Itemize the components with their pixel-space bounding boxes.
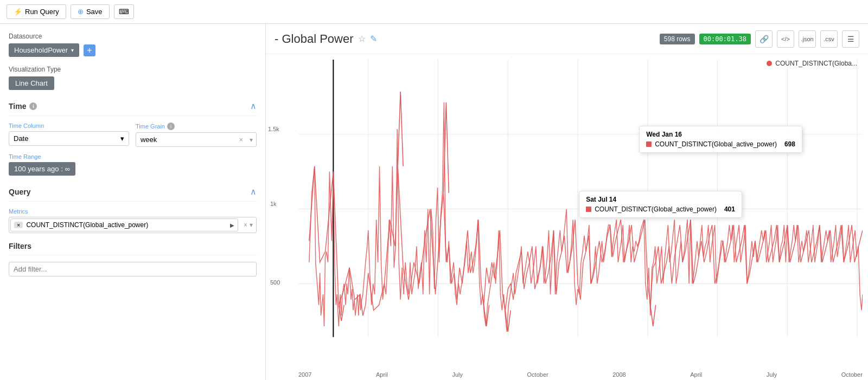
time-section-title: Time i <box>9 102 37 111</box>
time-grain-info-icon[interactable]: i <box>167 123 175 130</box>
csv-button[interactable]: .csv <box>820 30 838 48</box>
timer-badge: 00:00:01.38 <box>699 34 751 44</box>
time-grain-select[interactable]: × ▾ <box>136 132 257 147</box>
rows-badge: 598 rows <box>660 34 695 44</box>
metric-name: COUNT_DISTINCT(Global_active_power) <box>26 221 227 229</box>
time-fields-row: Time Column Date ▾ Time Grain i × ▾ <box>9 123 257 147</box>
x-label-april2: April <box>690 371 702 378</box>
time-range-button[interactable]: 100 years ago : ∞ <box>9 162 75 176</box>
datasource-select[interactable]: HouseholdPower ▾ <box>9 43 79 57</box>
viz-type-button[interactable]: Line Chart <box>9 76 54 90</box>
menu-button[interactable]: ☰ <box>842 30 859 48</box>
left-panel: Datasource HouseholdPower ▾ + Visualizat… <box>0 24 266 380</box>
chart-legend: COUNT_DISTINCT(Globa... <box>767 60 857 67</box>
json-icon: .json <box>801 36 813 42</box>
chart-title-area: - Global Power ☆ ✎ <box>275 32 377 46</box>
x-label-july2: July <box>767 371 777 378</box>
chart-header: - Global Power ☆ ✎ 598 rows 00:00:01.38 … <box>266 24 868 54</box>
metrics-chevron-icon[interactable]: ▾ <box>250 221 253 229</box>
time-column-select[interactable]: Date ▾ <box>9 131 129 146</box>
query-section-title: Query <box>9 188 30 196</box>
legend-color-dot <box>767 61 772 66</box>
x-label-october2: October <box>841 371 863 378</box>
x-label-april1: April <box>376 371 388 378</box>
link-icon: 🔗 <box>760 35 769 43</box>
save-button[interactable]: ⊕ Save <box>71 4 110 19</box>
filters-section-header: Filters <box>9 242 257 255</box>
chevron-down-icon: ▾ <box>120 134 124 143</box>
metric-row: × COUNT_DISTINCT(Global_active_power) ▶ … <box>9 217 257 233</box>
json-button[interactable]: .json <box>799 30 816 48</box>
x-axis: 2007 April July October 2008 April July … <box>298 371 863 378</box>
main-layout: Datasource HouseholdPower ▾ + Visualizat… <box>0 24 868 380</box>
time-grain-label: Time Grain i <box>136 123 257 130</box>
metric-arrow-icon: ▶ <box>230 222 234 228</box>
run-query-button[interactable]: ⚡ Run Query <box>7 4 66 19</box>
plus-icon: + <box>87 46 92 55</box>
y-label-1-5k: 1.5k <box>268 126 279 132</box>
time-column-label: Time Column <box>9 123 129 129</box>
filters-title: Filters <box>9 242 31 250</box>
x-label-july1: July <box>452 371 463 378</box>
star-icon[interactable]: ☆ <box>358 34 366 44</box>
y-label-1k: 1k <box>270 201 277 207</box>
x-label-2007: 2007 <box>298 371 311 378</box>
x-label-2008: 2008 <box>612 371 626 378</box>
datasource-value: HouseholdPower <box>14 46 68 54</box>
metrics-clear-button[interactable]: × <box>244 221 247 229</box>
menu-icon: ☰ <box>847 35 854 43</box>
query-section-header: Query ∧ <box>9 186 257 202</box>
time-column-field: Time Column Date ▾ <box>9 123 129 147</box>
time-grain-input[interactable] <box>136 133 236 146</box>
toolbar: ⚡ Run Query ⊕ Save ⌨ <box>0 0 868 24</box>
chevron-down-icon: ▾ <box>71 47 74 53</box>
keyboard-button[interactable]: ⌨ <box>114 4 134 19</box>
viz-type-label: Visualization Type <box>9 66 257 73</box>
time-section-header: Time i ∧ <box>9 101 257 116</box>
chart-header-right: 598 rows 00:00:01.38 🔗 </> .json .csv ☰ <box>660 30 859 48</box>
time-grain-field: Time Grain i × ▾ <box>136 123 257 147</box>
csv-icon: .csv <box>824 36 834 42</box>
code-button[interactable]: </> <box>777 30 794 48</box>
chart-container: COUNT_DISTINCT(Globa... 500 1k 1.5k <box>266 54 868 380</box>
metrics-label: Metrics <box>9 208 257 215</box>
edit-icon[interactable]: ✎ <box>370 34 377 44</box>
plus-icon: ⊕ <box>78 8 84 16</box>
filter-input[interactable] <box>9 262 257 276</box>
link-button[interactable]: 🔗 <box>755 30 773 48</box>
time-info-icon[interactable]: i <box>29 102 37 110</box>
query-collapse-button[interactable]: ∧ <box>250 186 257 197</box>
right-panel: - Global Power ☆ ✎ 598 rows 00:00:01.38 … <box>266 24 868 380</box>
y-label-500: 500 <box>270 279 280 286</box>
filters-section: Filters <box>9 242 257 276</box>
time-grain-clear-button[interactable]: × <box>236 136 246 144</box>
chart-title: - Global Power <box>275 32 354 46</box>
chart-svg <box>298 60 863 358</box>
time-grain-chevron-icon[interactable]: ▾ <box>246 136 256 144</box>
code-icon: </> <box>781 36 790 42</box>
keyboard-icon: ⌨ <box>119 8 129 16</box>
lightning-icon: ⚡ <box>14 8 22 16</box>
datasource-label: Datasource <box>9 33 257 40</box>
time-range-label: Time Range <box>9 153 257 160</box>
time-collapse-button[interactable]: ∧ <box>250 101 257 111</box>
datasource-row: HouseholdPower ▾ + <box>9 43 257 57</box>
metric-remove-button[interactable]: × <box>14 222 23 228</box>
add-datasource-button[interactable]: + <box>84 44 95 56</box>
legend-label: COUNT_DISTINCT(Globa... <box>775 60 857 67</box>
x-label-october1: October <box>527 371 548 378</box>
